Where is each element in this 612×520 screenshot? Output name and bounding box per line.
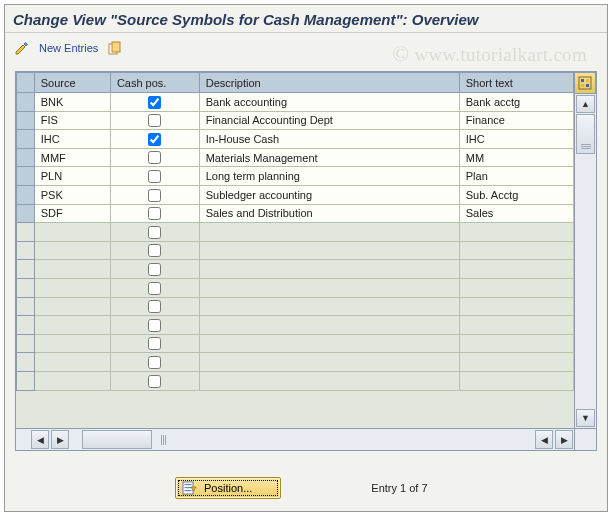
row-selector[interactable] [17,204,35,223]
cash-pos-checkbox[interactable] [148,151,161,164]
cell-description[interactable] [199,334,459,353]
cell-description[interactable] [199,316,459,335]
row-selector[interactable] [17,148,35,167]
cash-pos-checkbox[interactable] [148,319,161,332]
cell-short-text[interactable]: Sub. Acctg [459,185,573,204]
row-selector[interactable] [17,167,35,186]
col-short-text[interactable]: Short text [459,73,573,93]
cell-description[interactable]: Materials Management [199,148,459,167]
row-selector[interactable] [17,316,35,335]
cell-description[interactable] [199,260,459,279]
cell-short-text[interactable]: MM [459,148,573,167]
cash-pos-checkbox[interactable] [148,226,161,239]
new-entries-button[interactable]: New Entries [39,42,98,54]
cell-description[interactable] [199,371,459,390]
row-selector[interactable] [17,278,35,297]
cell-source[interactable]: PSK [34,185,110,204]
cash-pos-checkbox[interactable] [148,356,161,369]
row-selector[interactable] [17,130,35,149]
copy-as-icon[interactable] [106,39,124,57]
cell-source[interactable] [34,260,110,279]
cell-description[interactable]: Subledger accounting [199,185,459,204]
cell-description[interactable] [199,278,459,297]
row-selector[interactable] [17,93,35,112]
cell-cash-pos[interactable] [110,334,199,353]
cell-description[interactable]: Financial Accounting Dept [199,111,459,130]
hscroll-track[interactable] [70,430,534,449]
table-settings-button[interactable] [574,72,596,94]
cell-cash-pos[interactable] [110,278,199,297]
cash-pos-checkbox[interactable] [148,170,161,183]
col-source[interactable]: Source [34,73,110,93]
cell-description[interactable] [199,297,459,316]
cell-description[interactable] [199,241,459,260]
cell-description[interactable] [199,353,459,372]
row-selector[interactable] [17,223,35,242]
vertical-scrollbar[interactable]: ▲ ▼ [574,94,596,428]
cell-short-text[interactable] [459,334,573,353]
row-selector[interactable] [17,353,35,372]
cell-source[interactable] [34,371,110,390]
scroll-right-button[interactable]: ▶ [51,430,69,449]
cell-source[interactable] [34,278,110,297]
cell-cash-pos[interactable] [110,93,199,112]
cell-source[interactable] [34,353,110,372]
change-icon[interactable] [13,39,31,57]
row-selector[interactable] [17,371,35,390]
cell-short-text[interactable] [459,316,573,335]
cell-source[interactable] [34,334,110,353]
row-selector[interactable] [17,241,35,260]
col-description[interactable]: Description [199,73,459,93]
cell-short-text[interactable]: Plan [459,167,573,186]
row-selector[interactable] [17,297,35,316]
cell-source[interactable] [34,223,110,242]
cash-pos-checkbox[interactable] [148,263,161,276]
cell-description[interactable]: In-House Cash [199,130,459,149]
cell-short-text[interactable] [459,278,573,297]
cell-source[interactable]: FIS [34,111,110,130]
cell-short-text[interactable] [459,371,573,390]
cell-short-text[interactable] [459,260,573,279]
cell-short-text[interactable] [459,297,573,316]
cell-source[interactable]: MMF [34,148,110,167]
cash-pos-checkbox[interactable] [148,300,161,313]
cell-short-text[interactable] [459,223,573,242]
cell-cash-pos[interactable] [110,371,199,390]
scroll-left2-button[interactable]: ◀ [535,430,553,449]
cell-short-text[interactable]: Sales [459,204,573,223]
cell-cash-pos[interactable] [110,185,199,204]
cash-pos-checkbox[interactable] [148,189,161,202]
cell-short-text[interactable] [459,241,573,260]
cell-source[interactable]: PLN [34,167,110,186]
row-selector[interactable] [17,111,35,130]
cell-cash-pos[interactable] [110,223,199,242]
row-selector-header[interactable] [17,73,35,93]
cell-cash-pos[interactable] [110,130,199,149]
cell-cash-pos[interactable] [110,167,199,186]
cell-cash-pos[interactable] [110,297,199,316]
cell-short-text[interactable]: Finance [459,111,573,130]
cell-cash-pos[interactable] [110,148,199,167]
cell-description[interactable]: Long term planning [199,167,459,186]
position-button[interactable]: Position... [175,477,281,499]
row-selector[interactable] [17,260,35,279]
row-selector[interactable] [17,185,35,204]
cash-pos-checkbox[interactable] [148,96,161,109]
cell-description[interactable] [199,223,459,242]
cell-cash-pos[interactable] [110,111,199,130]
cell-source[interactable] [34,297,110,316]
col-cash-pos[interactable]: Cash pos. [110,73,199,93]
scroll-down-button[interactable]: ▼ [576,409,595,427]
hscroll-thumb[interactable] [82,430,152,449]
cell-cash-pos[interactable] [110,260,199,279]
cash-pos-checkbox[interactable] [148,375,161,388]
scroll-right2-button[interactable]: ▶ [555,430,573,449]
cell-short-text[interactable] [459,353,573,372]
horizontal-scrollbar-left[interactable]: ◀ ▶ ◀ ▶ [16,428,574,450]
cell-source[interactable] [34,241,110,260]
cash-pos-checkbox[interactable] [148,207,161,220]
cell-cash-pos[interactable] [110,204,199,223]
cell-description[interactable]: Sales and Distribution [199,204,459,223]
scroll-up-button[interactable]: ▲ [576,95,595,113]
cell-source[interactable] [34,316,110,335]
